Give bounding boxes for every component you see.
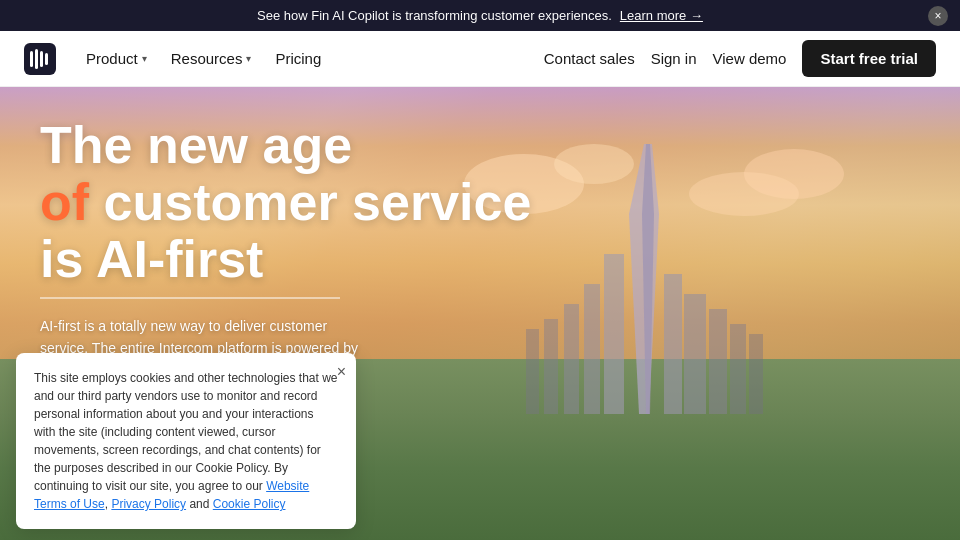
navbar: Product ▾ Resources ▾ Pricing Contact sa…	[0, 31, 960, 87]
hero-title-line1: The new age	[40, 116, 352, 174]
privacy-policy-link[interactable]: Privacy Policy	[111, 497, 186, 511]
top-banner: See how Fin AI Copilot is transforming c…	[0, 0, 960, 31]
logo[interactable]	[24, 43, 56, 75]
product-chevron-icon: ▾	[142, 53, 147, 64]
hero-title: The new age of customer service is AI-fi…	[40, 117, 560, 289]
svg-rect-3	[40, 51, 43, 67]
start-free-trial-button[interactable]: Start free trial	[802, 40, 936, 77]
svg-rect-1	[30, 51, 33, 67]
cookie-policy-link[interactable]: Cookie Policy	[213, 497, 286, 511]
nav-pricing[interactable]: Pricing	[265, 44, 331, 73]
svg-rect-2	[35, 49, 38, 69]
hero-title-line3: is AI-first	[40, 230, 263, 288]
banner-learn-more-link[interactable]: Learn more →	[620, 8, 703, 23]
cookie-close-button[interactable]: ×	[337, 363, 346, 381]
cookie-banner: × This site employs cookies and other te…	[16, 353, 356, 529]
nav-right: Contact sales Sign in View demo Start fr…	[544, 40, 936, 77]
hero-title-line2: of customer service	[40, 173, 531, 231]
resources-chevron-icon: ▾	[246, 53, 251, 64]
nav-left: Product ▾ Resources ▾ Pricing	[76, 44, 544, 73]
cookie-text: This site employs cookies and other tech…	[34, 369, 338, 513]
banner-close-button[interactable]: ×	[928, 6, 948, 26]
nav-product[interactable]: Product ▾	[76, 44, 157, 73]
svg-rect-4	[45, 53, 48, 65]
banner-text: See how Fin AI Copilot is transforming c…	[257, 8, 612, 23]
hero-divider	[40, 297, 340, 299]
contact-sales-link[interactable]: Contact sales	[544, 50, 635, 67]
nav-resources[interactable]: Resources ▾	[161, 44, 262, 73]
hero-section: The new age of customer service is AI-fi…	[0, 87, 960, 540]
view-demo-button[interactable]: View demo	[713, 50, 787, 67]
sign-in-link[interactable]: Sign in	[651, 50, 697, 67]
